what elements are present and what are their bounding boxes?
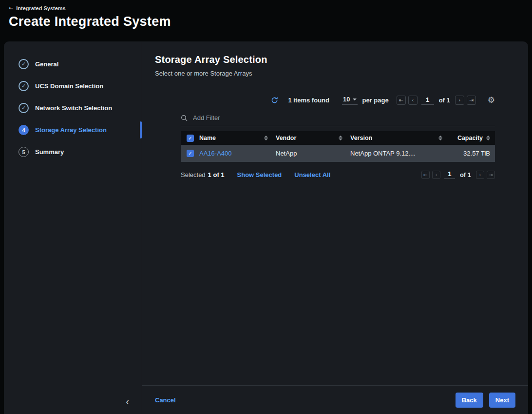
- page-title: Create Integrated System: [9, 14, 523, 29]
- sort-icon[interactable]: [339, 136, 342, 140]
- refresh-icon: [271, 97, 278, 104]
- table-header-row: ✓ Name Vendor Version Capacity: [181, 131, 495, 145]
- next-page-button[interactable]: ›: [476, 171, 484, 179]
- table-pagination-top: ⇤ ‹ of 1 › ⇥: [397, 96, 476, 105]
- first-page-icon: ⇤: [423, 172, 427, 177]
- row-name-link[interactable]: AA16-A400: [199, 150, 276, 157]
- selected-count: 1 of 1: [208, 171, 225, 178]
- check-icon: ✓: [188, 151, 192, 156]
- first-page-button[interactable]: ⇤: [421, 171, 430, 179]
- step-number-badge: 5: [19, 147, 29, 157]
- refresh-button[interactable]: [271, 97, 278, 104]
- next-page-icon: ›: [479, 172, 481, 177]
- step-subtitle: Select one or more Storage Arrays: [155, 70, 515, 77]
- last-page-icon: ⇥: [469, 97, 474, 103]
- selected-label: Selected: [181, 171, 206, 178]
- check-circle-icon: ✓: [19, 103, 29, 113]
- sidebar-step-ucs-domain-selection[interactable]: ✓ UCS Domain Selection: [4, 75, 142, 97]
- per-page-value: 10: [343, 96, 350, 103]
- page-total-label: of 1: [460, 171, 471, 178]
- check-circle-icon: ✓: [19, 81, 29, 91]
- page-total-label: of 1: [439, 97, 450, 104]
- sort-icon[interactable]: [438, 136, 442, 140]
- items-found-label: 1 items found: [288, 97, 329, 104]
- first-page-button[interactable]: ⇤: [397, 96, 406, 105]
- column-header-version[interactable]: Version: [350, 135, 450, 141]
- prev-page-icon: ‹: [412, 97, 414, 103]
- next-button[interactable]: Next: [489, 393, 515, 408]
- row-version: NetApp ONTAP 9.12....: [350, 150, 450, 157]
- first-page-icon: ⇤: [399, 97, 403, 103]
- storage-array-table: 1 items found 10 per page ⇤ ‹ of 1 › ⇥ ⚙: [181, 96, 495, 179]
- table-settings-button[interactable]: ⚙: [488, 96, 495, 104]
- prev-page-icon: ‹: [435, 172, 437, 177]
- column-header-name[interactable]: Name: [199, 135, 276, 141]
- last-page-button[interactable]: ⇥: [467, 96, 476, 105]
- next-page-button[interactable]: ›: [455, 96, 464, 105]
- step-label: Summary: [35, 148, 64, 156]
- table-pagination-bottom: ⇤ ‹ of 1 › ⇥: [421, 170, 495, 179]
- wizard-panel: ✓ General ✓ UCS Domain Selection ✓ Netwo…: [4, 41, 528, 414]
- step-label: Storage Array Selection: [35, 126, 107, 134]
- collapse-sidebar-chevron-icon[interactable]: ‹: [126, 396, 129, 406]
- check-icon: ✓: [188, 136, 192, 141]
- row-vendor: NetApp: [276, 150, 350, 157]
- prev-page-button[interactable]: ‹: [408, 96, 418, 105]
- wizard-sidebar: ✓ General ✓ UCS Domain Selection ✓ Netwo…: [4, 41, 142, 414]
- breadcrumb-label: Integrated Systems: [16, 5, 65, 11]
- check-circle-icon: ✓: [19, 59, 29, 69]
- sort-icon[interactable]: [486, 136, 490, 140]
- table-toolbar: 1 items found 10 per page ⇤ ‹ of 1 › ⇥ ⚙: [181, 96, 495, 105]
- next-page-icon: ›: [458, 97, 460, 103]
- page-number-input[interactable]: [444, 170, 455, 179]
- add-filter-input[interactable]: [192, 114, 495, 122]
- sidebar-step-network-switch-selection[interactable]: ✓ Network Switch Selection: [4, 97, 142, 119]
- filter-bar: [181, 114, 495, 126]
- row-checkbox[interactable]: ✓: [187, 150, 194, 157]
- step-content: Storage Array Selection Select one or mo…: [142, 41, 528, 414]
- last-page-button[interactable]: ⇥: [487, 171, 495, 179]
- back-arrow-icon: ←: [9, 5, 13, 11]
- step-label: General: [35, 60, 58, 68]
- page-number-input[interactable]: [421, 96, 434, 105]
- show-selected-link[interactable]: Show Selected: [237, 171, 282, 178]
- table-row[interactable]: ✓ AA16-A400 NetApp NetApp ONTAP 9.12....…: [181, 145, 495, 162]
- sidebar-step-summary[interactable]: 5 Summary: [4, 141, 142, 163]
- sort-icon[interactable]: [264, 136, 268, 140]
- column-header-vendor[interactable]: Vendor: [276, 135, 350, 141]
- page-header: ← Integrated Systems Create Integrated S…: [0, 0, 532, 29]
- chevron-down-icon: [353, 99, 357, 100]
- gear-icon: ⚙: [488, 95, 495, 105]
- back-button[interactable]: Back: [456, 393, 483, 408]
- search-icon: [181, 115, 188, 121]
- step-number-badge: 4: [19, 125, 29, 135]
- sidebar-step-storage-array-selection[interactable]: 4 Storage Array Selection: [4, 119, 142, 141]
- select-all-checkbox[interactable]: ✓: [187, 135, 194, 142]
- step-label: UCS Domain Selection: [35, 82, 103, 90]
- row-capacity: 32.57 TiB: [463, 150, 495, 157]
- selection-bar: Selected 1 of 1 Show Selected Unselect A…: [181, 170, 495, 179]
- sidebar-step-general[interactable]: ✓ General: [4, 53, 142, 75]
- per-page-select[interactable]: 10: [342, 96, 358, 105]
- step-label: Network Switch Selection: [35, 104, 112, 112]
- breadcrumb[interactable]: ← Integrated Systems: [9, 5, 523, 11]
- wizard-action-bar: Cancel Back Next: [142, 385, 528, 414]
- column-header-capacity[interactable]: Capacity: [450, 135, 495, 141]
- last-page-icon: ⇥: [489, 172, 493, 177]
- step-title: Storage Array Selection: [155, 54, 515, 65]
- unselect-all-link[interactable]: Unselect All: [294, 171, 330, 178]
- prev-page-button[interactable]: ‹: [432, 171, 440, 179]
- cancel-link[interactable]: Cancel: [155, 396, 176, 404]
- per-page-label: per page: [362, 97, 388, 104]
